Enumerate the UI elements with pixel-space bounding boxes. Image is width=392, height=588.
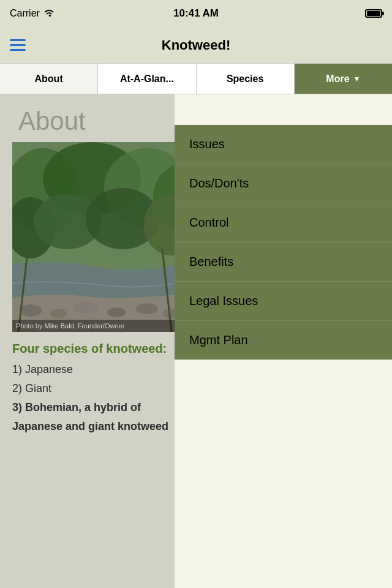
dropdown-item-dos-donts[interactable]: Dos/Don'ts <box>175 164 392 203</box>
status-left: Carrier <box>10 8 55 19</box>
hamburger-menu-button[interactable] <box>10 39 26 51</box>
carrier-label: Carrier <box>10 8 40 19</box>
header: Knotweed! <box>0 27 392 64</box>
species-item-3: 3) Bohemian, a hybrid of <box>12 401 380 414</box>
tab-at-a-glance[interactable]: At-A-Glan... <box>98 64 196 94</box>
status-time: 10:41 AM <box>173 7 219 20</box>
tab-more[interactable]: More ▼ <box>295 64 392 94</box>
tab-about[interactable]: About <box>0 64 98 94</box>
dropdown-item-mgmt-plan[interactable]: Mgmt Plan <box>175 321 392 360</box>
dropdown-item-legal-issues[interactable]: Legal Issues <box>175 282 392 321</box>
wifi-icon <box>43 9 55 19</box>
svg-point-9 <box>20 304 42 317</box>
species-item-3-cont: Japanese and giant knotweed <box>12 420 380 433</box>
dropdown-arrow-icon: ▼ <box>353 75 361 83</box>
battery-fill <box>367 11 380 16</box>
app-title: Knotweed! <box>36 37 356 53</box>
battery-container <box>365 9 382 18</box>
main-content: About <box>0 94 392 588</box>
battery-icon <box>365 9 382 18</box>
tab-species[interactable]: Species <box>197 64 295 94</box>
dropdown-item-control[interactable]: Control <box>175 203 392 243</box>
photo-caption: Photo by Mike Bald, Founder/Owner <box>12 320 184 332</box>
svg-point-13 <box>136 303 158 314</box>
photo-image <box>12 142 184 332</box>
species-item-1: 1) Japanese <box>12 363 380 376</box>
svg-point-12 <box>107 307 126 317</box>
dropdown-menu: Issues Dos/Don'ts Control Benefits Legal… <box>175 125 392 360</box>
photo-container: Photo by Mike Bald, Founder/Owner <box>12 142 184 332</box>
dropdown-item-benefits[interactable]: Benefits <box>175 243 392 282</box>
species-item-2: 2) Giant <box>12 382 380 395</box>
tab-bar: About At-A-Glan... Species More ▼ <box>0 64 392 94</box>
status-bar: Carrier 10:41 AM <box>0 0 392 27</box>
svg-point-11 <box>74 302 98 313</box>
dropdown-item-issues[interactable]: Issues <box>175 125 392 164</box>
svg-point-10 <box>50 309 67 318</box>
